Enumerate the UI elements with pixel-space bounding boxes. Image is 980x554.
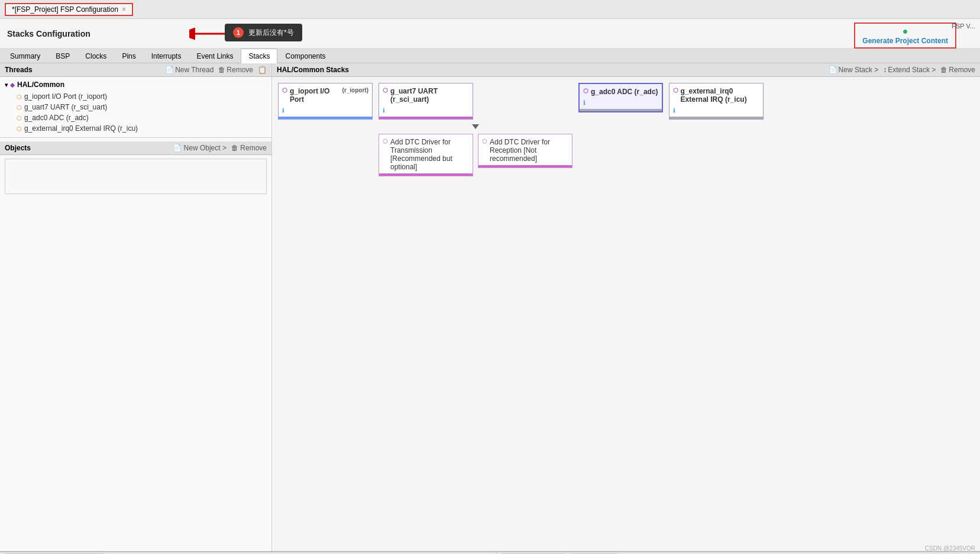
main-tab-pins[interactable]: Pins: [114, 49, 143, 63]
threads-header: Threads 📄 New Thread 🗑 Remove 📋: [0, 63, 271, 77]
tooltip-text: 更新后没有*号: [248, 28, 294, 38]
main-tab-bsp[interactable]: BSP: [48, 49, 77, 63]
left-panel: Threads 📄 New Thread 🗑 Remove 📋 ▾ ◆ HAL/…: [0, 63, 272, 551]
generate-project-content-button[interactable]: ● Generate Project Content: [854, 22, 956, 49]
thread-icon: ⬡: [17, 125, 22, 132]
stack-module-icon: ⬡: [383, 87, 388, 94]
tab-title: *[FSP_Project] FSP Configuration: [12, 5, 118, 14]
remove-stack-button[interactable]: 🗑 Remove: [940, 66, 975, 74]
stack-bar: [669, 117, 763, 119]
main-tab-stacks[interactable]: Stacks: [241, 49, 277, 63]
copy-thread-button[interactable]: 📋: [258, 66, 267, 74]
thread-item-uart7[interactable]: ⬡ g_uart7 UART (r_sci_uart): [5, 102, 267, 112]
main-tab-event links[interactable]: Event Links: [189, 49, 241, 63]
close-tab-icon[interactable]: ×: [122, 5, 126, 14]
info-icon[interactable]: ℹ: [673, 107, 675, 114]
new-thread-button[interactable]: 📄 New Thread: [165, 66, 214, 74]
watermark: CSDN @2345VOR: [925, 545, 975, 552]
info-icon[interactable]: ℹ: [583, 99, 586, 106]
fsp-version-label: FSP V...: [952, 22, 975, 30]
hal-common-label: HAL/Common: [17, 80, 64, 89]
stack-bar: [279, 117, 372, 119]
thread-item-ioport[interactable]: ⬡ g_ioport I/O Port (r_ioport): [5, 91, 267, 102]
bottom-section: ☐ Properties ⚠ Problems ⊡ ⋮ ✕ g_adc0 ADC…: [0, 551, 980, 554]
objects-header: Objects 📄 New Object > 🗑 Remove: [0, 141, 271, 155]
dtc-bar: [379, 173, 473, 176]
thread-icon: ⬡: [17, 94, 22, 100]
thread-icon: ⬡: [17, 115, 22, 121]
stack-module-icon: ⬡: [673, 87, 678, 94]
stacks-area: HAL/Common Stacks 📄 New Stack > ↕ Extend…: [272, 63, 980, 551]
main-tab-summary[interactable]: Summary: [2, 49, 48, 63]
stack-bar: [379, 117, 473, 119]
threads-section: Threads 📄 New Thread 🗑 Remove 📋 ▾ ◆ HAL/…: [0, 63, 271, 138]
objects-section: Objects 📄 New Object > 🗑 Remove: [0, 138, 271, 198]
stack-module-icon: ⬡: [583, 88, 588, 94]
stacks-actions: 📄 New Stack > ↕ Extend Stack > 🗑 Remove: [829, 66, 975, 74]
stack-connector: [472, 124, 479, 129]
thread-item-adc0[interactable]: ⬡ g_adc0 ADC (r_adc): [5, 112, 267, 123]
stacks-content: ⬡ g_ioport I/O Port (r_ioport) ℹ ⬡ g_uar…: [272, 77, 980, 182]
new-stack-button[interactable]: 📄 New Stack >: [829, 66, 879, 74]
stack-module-icon: ⬡: [282, 87, 287, 94]
dtc-card-rx[interactable]: ⬡ Add DTC Driver for Reception [Not reco…: [478, 134, 573, 168]
threads-tree: ▾ ◆ HAL/Common ⬡ g_ioport I/O Port (r_io…: [0, 77, 271, 137]
editor-tab[interactable]: *[FSP_Project] FSP Configuration ×: [5, 3, 133, 16]
stack-card-ioport[interactable]: ⬡ g_ioport I/O Port (r_ioport) ℹ: [278, 83, 373, 120]
hal-common-parent[interactable]: ▾ ◆ HAL/Common: [5, 80, 267, 89]
new-object-button[interactable]: 📄 New Object >: [173, 144, 227, 152]
stacks-config-header: Stacks Configuration 1 更新后没有*号 ● Generat…: [0, 19, 980, 49]
threads-title: Threads: [5, 66, 33, 74]
objects-title: Objects: [5, 144, 31, 152]
objects-empty-area: [5, 159, 267, 194]
thread-icon: ⬡: [17, 104, 22, 111]
stacks-config-title: Stacks Configuration: [7, 29, 90, 38]
dtc-icon: ⬡: [383, 138, 388, 144]
main-tab-interrupts[interactable]: Interrupts: [144, 49, 189, 63]
generate-label: Generate Project Content: [862, 37, 948, 45]
threads-actions: 📄 New Thread 🗑 Remove 📋: [165, 66, 267, 74]
main-tab-clocks[interactable]: Clocks: [77, 49, 114, 63]
stack-card-irq0[interactable]: ⬡ g_external_irq0 External IRQ (r_icu) ℹ: [669, 83, 764, 120]
extend-stack-button[interactable]: ↕ Extend Stack >: [883, 66, 936, 74]
stacks-header: HAL/Common Stacks 📄 New Stack > ↕ Extend…: [272, 63, 980, 77]
dtc-card-tx[interactable]: ⬡ Add DTC Driver for Transmission [Recom…: [379, 134, 473, 176]
remove-object-button[interactable]: 🗑 Remove: [231, 144, 267, 152]
stack-card-uart7[interactable]: ⬡ g_uart7 UART (r_sci_uart) ℹ: [379, 83, 473, 120]
stack-group-uart7: ⬡ g_uart7 UART (r_sci_uart) ℹ ⬡ Add DTC: [379, 83, 573, 176]
stack-bar: [580, 109, 662, 111]
main-content: Threads 📄 New Thread 🗑 Remove 📋 ▾ ◆ HAL/…: [0, 63, 980, 551]
remove-thread-button[interactable]: 🗑 Remove: [218, 66, 253, 74]
hal-icon: ◆: [10, 82, 15, 88]
info-icon[interactable]: ℹ: [383, 107, 385, 114]
hal-common-stacks-title: HAL/Common Stacks: [277, 66, 349, 74]
main-tabs-bar: SummaryBSPClocksPinsInterruptsEvent Link…: [0, 49, 980, 63]
tooltip-badge: 1: [233, 27, 244, 38]
main-tab-components[interactable]: Components: [277, 49, 333, 63]
dtc-icon: ⬡: [482, 138, 487, 144]
stack-card-adc0[interactable]: ⬡ g_adc0 ADC (r_adc) ℹ: [578, 83, 663, 112]
dtc-bar: [478, 165, 572, 168]
thread-item-irq0[interactable]: ⬡ g_external_irq0 External IRQ (r_icu): [5, 123, 267, 134]
expand-arrow: ▾: [5, 82, 8, 88]
info-icon[interactable]: ℹ: [282, 107, 284, 114]
dtc-cards-row: ⬡ Add DTC Driver for Transmission [Recom…: [379, 134, 573, 176]
top-bar: *[FSP_Project] FSP Configuration ×: [0, 0, 980, 19]
update-tooltip: 1 更新后没有*号: [225, 24, 302, 41]
generate-icon: ●: [862, 26, 948, 37]
